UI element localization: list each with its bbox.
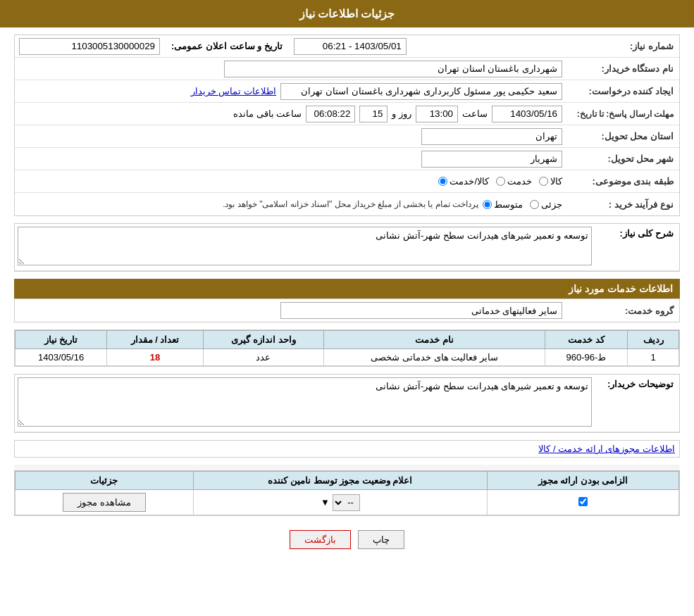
need-description-section: شرح کلی نیاز: توسعه و تعمیر شیرهای هیدرا… xyxy=(14,223,680,272)
cell-date: 1403/05/16 xyxy=(16,349,107,366)
permits-required-checkbox[interactable] xyxy=(578,497,588,506)
page-container: جزئیات اطلاعات نیاز شماره نیاز: تاریخ و … xyxy=(0,0,694,616)
table-row: 1 ط-96-960 سایر فعالیت های خدماتی شخصی ع… xyxy=(16,349,679,366)
response-deadline-value: ساعت روز و ساعت باقی مانده xyxy=(15,103,566,125)
category-kala-khadamat-radio[interactable] xyxy=(438,177,447,186)
creator-input[interactable] xyxy=(280,83,562,100)
purchase-type-note: پرداخت تمام یا بخشی از مبلغ خریداز محل "… xyxy=(223,199,478,209)
permits-table: الزامی بودن ارائه مجوز اعلام وضعیت مجوز … xyxy=(15,471,679,515)
purchase-mootavaset-radio[interactable] xyxy=(483,200,492,209)
permits-col-status: اعلام وضعیت مجوز توسط نامین کننده xyxy=(193,472,487,490)
response-remaining-input[interactable] xyxy=(306,106,355,122)
city-value xyxy=(15,149,566,170)
permits-row: -- ▼ مشاهده مجوز xyxy=(16,490,679,515)
buyer-description-value: توسعه و تعمیر شیرهای هیدرانت سطح شهر-آتش… xyxy=(15,375,595,432)
permits-details-cell: مشاهده مجوز xyxy=(16,490,194,515)
chevron-down-icon: ▼ xyxy=(321,497,330,508)
category-kala-khadamat-option[interactable]: کالا/خدمت xyxy=(438,176,489,187)
province-label: استان محل تحویل: xyxy=(566,128,679,144)
response-days-label: روز و xyxy=(392,108,411,119)
purchase-type-row: نوع فرآیند خرید : جزئی متوسط xyxy=(15,193,679,215)
permits-col-details: جزئیات xyxy=(16,472,194,490)
category-row: طبقه بندی موضوعی: کالا خدمت کالا/خدمت xyxy=(15,170,679,193)
category-kala-radio[interactable] xyxy=(539,177,548,186)
province-input[interactable] xyxy=(421,128,562,145)
need-number-row: شماره نیاز: تاریخ و ساعت اعلان عمومی: xyxy=(15,35,679,58)
buttons-row: چاپ بازگشت xyxy=(14,530,680,549)
purchase-jazee-radio[interactable] xyxy=(530,200,539,209)
cell-name: سایر فعالیت های خدماتی شخصی xyxy=(324,349,545,366)
cell-code: ط-96-960 xyxy=(545,349,627,366)
col-row: ردیف xyxy=(628,331,679,349)
print-button[interactable]: چاپ xyxy=(358,530,404,549)
category-kala-label: کالا xyxy=(550,176,562,187)
city-label: شهر محل تحویل: xyxy=(566,151,679,167)
need-description-value: توسعه و تعمیر شیرهای هیدرانت سطح شهر-آتش… xyxy=(15,224,595,270)
category-value: کالا خدمت کالا/خدمت xyxy=(15,174,566,189)
buyer-org-value xyxy=(15,58,566,80)
services-table: ردیف کد خدمت نام خدمت واحد اندازه گیری ت… xyxy=(15,330,679,366)
buyer-description-textarea[interactable]: توسعه و تعمیر شیرهای هیدرانت سطح شهر-آتش… xyxy=(18,377,592,427)
need-number-label: شماره نیاز: xyxy=(566,38,679,54)
purchase-mootavaset-label: متوسط xyxy=(494,199,523,210)
permits-section: اطلاعات مجوزهای ارائه خدمت / کالا xyxy=(14,440,680,458)
buyer-description-row: توضیحات خریدار: توسعه و تعمیر شیرهای هید… xyxy=(15,375,679,432)
response-time-input[interactable] xyxy=(416,106,458,122)
announcement-date-label: تاریخ و ساعت اعلان عمومی: xyxy=(171,41,283,51)
buyer-org-input[interactable] xyxy=(224,61,562,77)
response-days-input[interactable] xyxy=(359,106,388,122)
page-title: جزئیات اطلاعات نیاز xyxy=(299,8,395,20)
category-kala-option[interactable]: کالا xyxy=(539,176,562,187)
response-deadline-row: مهلت ارسال پاسخ: تا تاریخ: ساعت روز و سا… xyxy=(15,103,679,125)
category-khadamat-radio[interactable] xyxy=(496,177,505,186)
service-group-value xyxy=(15,300,566,321)
purchase-jazee-label: جزئی xyxy=(541,199,562,210)
service-group-label: گروه خدمت: xyxy=(566,303,679,319)
purchase-type-label: نوع فرآیند خرید : xyxy=(566,196,679,213)
need-description-label: شرح کلی نیاز: xyxy=(595,224,679,243)
main-content: شماره نیاز: تاریخ و ساعت اعلان عمومی: نا… xyxy=(0,27,694,570)
province-value xyxy=(15,126,566,147)
service-group-input[interactable] xyxy=(280,302,562,319)
info-section: شماره نیاز: تاریخ و ساعت اعلان عمومی: نا… xyxy=(14,34,680,216)
cell-row: 1 xyxy=(628,349,679,366)
view-permit-button[interactable]: مشاهده مجوز xyxy=(63,493,146,512)
col-name: نام خدمت xyxy=(324,331,545,349)
buyer-org-row: نام دستگاه خریدار: xyxy=(15,58,679,80)
col-unit: واحد اندازه گیری xyxy=(203,331,324,349)
buyer-org-label: نام دستگاه خریدار: xyxy=(566,61,679,77)
purchase-jazee-option[interactable]: جزئی xyxy=(530,199,562,210)
response-date-input[interactable] xyxy=(492,106,562,122)
city-input[interactable] xyxy=(421,151,562,168)
need-description-textarea[interactable]: توسعه و تعمیر شیرهای هیدرانت سطح شهر-آتش… xyxy=(18,227,592,265)
purchase-mootavaset-option[interactable]: متوسط xyxy=(483,199,523,210)
city-row: شهر محل تحویل: xyxy=(15,148,679,170)
separator xyxy=(14,465,680,470)
permits-link[interactable]: اطلاعات مجوزهای ارائه خدمت / کالا xyxy=(15,441,679,457)
need-number-value: تاریخ و ساعت اعلان عمومی: xyxy=(15,36,566,57)
response-time-label: ساعت xyxy=(462,108,488,119)
contact-link[interactable]: اطلاعات تماس خریدار xyxy=(191,86,276,96)
creator-label: ایجاد کننده درخواست: xyxy=(566,83,679,99)
category-kala-khadamat-label: کالا/خدمت xyxy=(450,176,489,187)
category-label: طبقه بندی موضوعی: xyxy=(566,173,679,189)
permits-col-required: الزامی بودن ارائه مجوز xyxy=(487,472,678,490)
page-header: جزئیات اطلاعات نیاز xyxy=(0,0,694,27)
col-quantity: تعداد / مقدار xyxy=(107,331,203,349)
services-section-title: اطلاعات خدمات مورد نیاز xyxy=(14,279,680,298)
service-group-section: گروه خدمت: xyxy=(14,298,680,322)
services-table-section: ردیف کد خدمت نام خدمت واحد اندازه گیری ت… xyxy=(14,329,680,367)
need-description-row: شرح کلی نیاز: توسعه و تعمیر شیرهای هیدرا… xyxy=(15,224,679,271)
creator-row: ایجاد کننده درخواست: اطلاعات تماس خریدار xyxy=(15,80,679,103)
response-deadline-label: مهلت ارسال پاسخ: تا تاریخ: xyxy=(566,106,679,122)
province-row: استان محل تحویل: xyxy=(15,125,679,148)
permits-required-cell xyxy=(487,490,678,515)
permits-status-cell: -- ▼ xyxy=(193,490,487,515)
col-code: کد خدمت xyxy=(545,331,627,349)
permits-status-select[interactable]: -- xyxy=(333,494,360,511)
service-group-row: گروه خدمت: xyxy=(15,299,679,322)
announcement-date-input[interactable] xyxy=(294,38,407,55)
back-button[interactable]: بازگشت xyxy=(290,530,351,549)
need-number-input[interactable] xyxy=(19,38,160,55)
category-khadamat-option[interactable]: خدمت xyxy=(496,176,532,187)
